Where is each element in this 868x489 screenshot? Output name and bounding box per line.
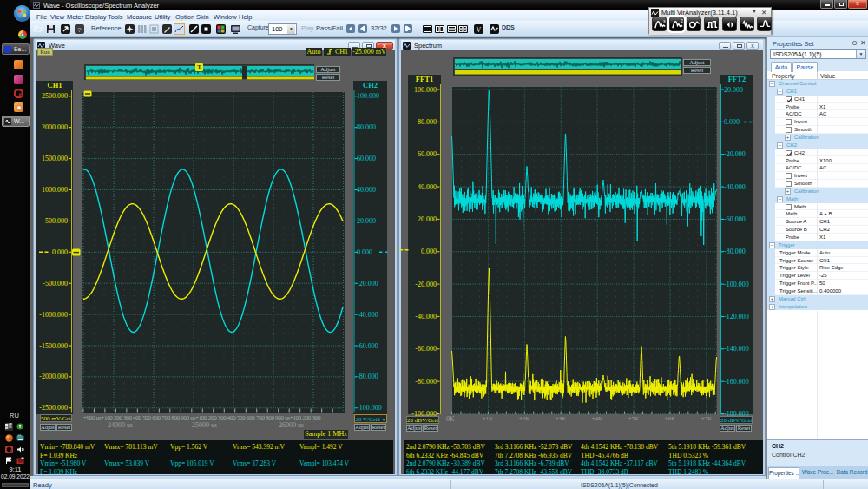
svg-text:s: s — [663, 19, 666, 23]
svg-text:2: 2 — [681, 19, 683, 23]
